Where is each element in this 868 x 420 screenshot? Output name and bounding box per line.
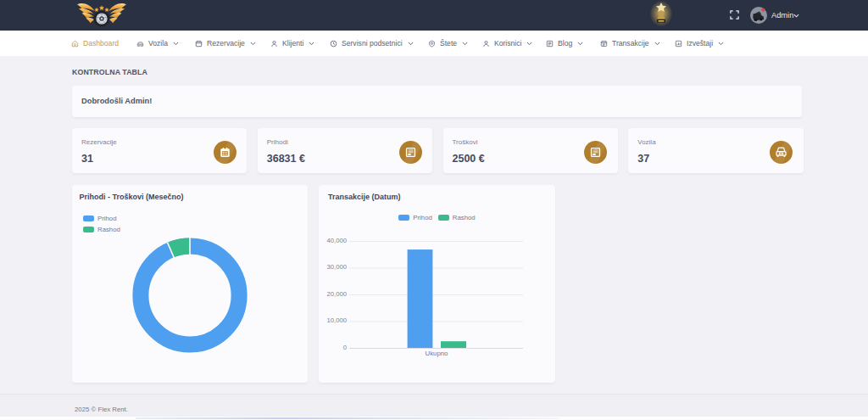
svg-text:Ukupno: Ukupno xyxy=(426,350,449,357)
svg-text:40,000: 40,000 xyxy=(326,236,347,244)
svg-text:30,000: 30,000 xyxy=(326,263,347,271)
svg-text:20,000: 20,000 xyxy=(326,289,347,297)
svg-text:10,000: 10,000 xyxy=(326,316,347,324)
svg-text:0: 0 xyxy=(343,343,347,350)
